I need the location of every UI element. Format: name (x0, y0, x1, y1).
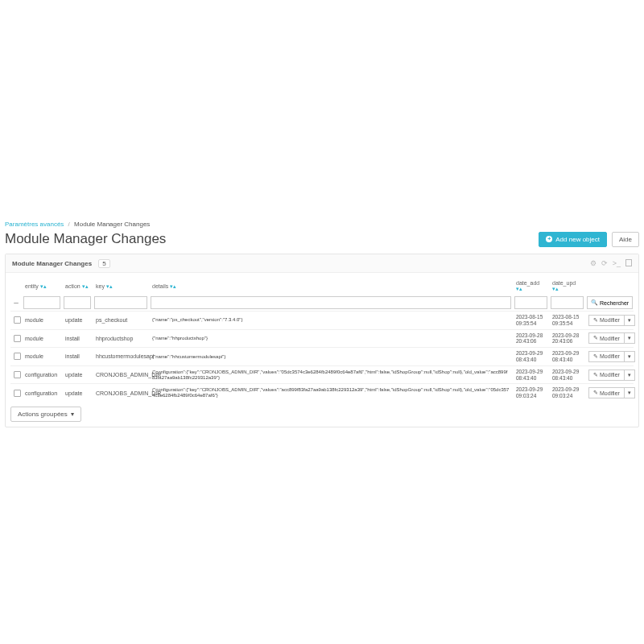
row-actions-dropdown[interactable]: ▾ (625, 315, 635, 326)
table-row: configurationupdateCRONJOBS_ADMIN_DIR{"c… (10, 384, 634, 402)
filter-date-upd[interactable] (551, 296, 584, 309)
cell-key: hhproductshop (93, 329, 149, 348)
cell-details: {"name":"hhproductshop"} (149, 329, 513, 348)
edit-label: Modifier (600, 353, 620, 359)
cell-key: CRONJOBS_ADMIN_DIR (93, 384, 149, 402)
edit-label: Modifier (600, 372, 620, 378)
panel-title: Module Manager Changes (12, 260, 92, 267)
export-icon[interactable] (625, 259, 632, 266)
cell-date-upd: 2023-09-2820:43:06 (549, 329, 585, 348)
row-checkbox[interactable] (14, 390, 21, 397)
cell-date-upd: 2023-09-2909:03:24 (549, 384, 585, 402)
col-date-upd-label: date_upd (552, 280, 576, 286)
chevron-down-icon: ▾ (628, 390, 631, 395)
cell-action: update (62, 365, 93, 384)
filter-date-add[interactable] (514, 296, 547, 309)
edit-button[interactable]: ✎Modifier (588, 332, 625, 344)
pencil-icon: ✎ (593, 372, 598, 378)
search-button[interactable]: 🔍 Rechercher (587, 296, 633, 309)
filter-action[interactable] (64, 296, 91, 309)
chevron-down-icon: ▾ (628, 372, 631, 378)
pencil-icon: ✎ (593, 335, 598, 341)
cell-details: {"configuration":{"key":"CRONJOBS_ADMIN_… (149, 365, 513, 384)
breadcrumb-current: Module Manager Changes (74, 221, 150, 228)
edit-button[interactable]: ✎Modifier (588, 351, 625, 362)
row-actions-dropdown[interactable]: ▾ (625, 351, 635, 362)
table-row: moduleinstallhhproductshop{"name":"hhpro… (10, 329, 634, 348)
col-key-label: key (96, 283, 105, 289)
row-actions-dropdown[interactable]: ▾ (625, 369, 635, 381)
row-actions-dropdown[interactable]: ▾ (625, 387, 635, 398)
breadcrumb-root[interactable]: Paramètres avancés (5, 221, 64, 228)
col-details[interactable]: details ▾▴ (149, 278, 513, 295)
row-checkbox[interactable] (14, 353, 21, 360)
pencil-icon: ✎ (593, 353, 598, 360)
clear-filters-button[interactable]: – (12, 297, 20, 308)
bulk-actions-button[interactable]: Actions groupées ▾ (10, 407, 81, 422)
cell-date-upd: 2023-08-1509:35:54 (549, 312, 585, 330)
cell-key: hhcustomermodulesapi (93, 348, 149, 366)
cell-date-add: 2023-09-2820:43:06 (513, 329, 549, 348)
cell-date-add: 2023-09-2908:43:40 (513, 348, 549, 366)
cell-action: update (62, 312, 93, 330)
add-new-object-button[interactable]: + Add new object (539, 232, 607, 247)
sort-icon: ▾▴ (106, 283, 113, 289)
sort-icon: ▾▴ (552, 286, 559, 291)
col-date-add[interactable]: date_add ▾▴ (513, 278, 549, 295)
edit-label: Modifier (600, 336, 620, 341)
cell-details: {"name":"ps_checkout","version":"7.3.4.0… (149, 312, 513, 330)
cell-date-add: 2023-08-1509:35:54 (513, 312, 549, 330)
plus-icon: + (546, 236, 552, 242)
filter-entity[interactable] (23, 296, 60, 309)
cell-entity: configuration (22, 365, 62, 384)
cell-entity: module (22, 312, 62, 330)
breadcrumb: Paramètres avancés / Module Manager Chan… (5, 221, 639, 228)
col-action[interactable]: action ▾▴ (62, 278, 93, 295)
sql-icon[interactable]: >_ (613, 259, 621, 267)
refresh-icon[interactable]: ⟳ (601, 259, 608, 267)
changes-table: entity ▾▴ action ▾▴ key ▾▴ details ▾▴ da… (10, 278, 634, 402)
row-checkbox[interactable] (14, 371, 21, 378)
chevron-down-icon: ▾ (628, 335, 631, 341)
edit-button[interactable]: ✎Modifier (588, 315, 625, 326)
col-details-label: details (152, 283, 168, 289)
col-key[interactable]: key ▾▴ (93, 278, 149, 295)
row-checkbox[interactable] (14, 316, 21, 324)
table-row: moduleupdateps_checkout{"name":"ps_check… (10, 312, 634, 330)
cell-action: install (62, 348, 93, 366)
edit-button[interactable]: ✎Modifier (588, 369, 625, 381)
filter-details[interactable] (151, 296, 511, 309)
cell-details: {"name":"hhcustomermodulesapi"} (149, 348, 513, 366)
table-row: configurationupdateCRONJOBS_ADMIN_DIR{"c… (10, 365, 634, 384)
cell-date-upd: 2023-09-2908:43:40 (549, 365, 585, 384)
add-new-object-label: Add new object (555, 236, 600, 243)
cell-entity: module (22, 348, 62, 366)
chevron-down-icon: ▾ (628, 317, 631, 323)
edit-button[interactable]: ✎Modifier (588, 387, 625, 398)
col-date-add-label: date_add (516, 280, 539, 286)
gear-icon[interactable]: ⚙ (590, 259, 597, 267)
cell-date-add: 2023-09-2908:43:40 (513, 365, 549, 384)
search-icon: 🔍 (591, 299, 598, 306)
cell-date-upd: 2023-09-2908:43:40 (549, 348, 585, 366)
sort-icon: ▾▴ (516, 286, 522, 291)
table-row: moduleinstallhhcustomermodulesapi{"name"… (10, 348, 634, 366)
help-button[interactable]: Aide (612, 232, 639, 247)
sort-icon: ▾▴ (82, 283, 89, 289)
cell-entity: configuration (22, 384, 62, 402)
col-entity[interactable]: entity ▾▴ (22, 278, 62, 295)
pencil-icon: ✎ (593, 390, 598, 396)
row-checkbox[interactable] (14, 335, 21, 342)
chevron-down-icon: ▾ (71, 411, 74, 418)
filter-key[interactable] (94, 296, 147, 309)
bulk-actions-label: Actions groupées (18, 411, 68, 418)
edit-label: Modifier (600, 390, 620, 396)
pencil-icon: ✎ (593, 317, 598, 324)
sort-icon: ▾▴ (170, 283, 176, 289)
col-date-upd[interactable]: date_upd ▾▴ (549, 278, 585, 295)
edit-label: Modifier (600, 317, 620, 323)
cell-entity: module (22, 329, 62, 348)
row-actions-dropdown[interactable]: ▾ (625, 332, 635, 344)
cell-action: update (62, 384, 93, 402)
listing-panel: Module Manager Changes 5 ⚙ ⟳ >_ entity ▾… (5, 254, 639, 427)
